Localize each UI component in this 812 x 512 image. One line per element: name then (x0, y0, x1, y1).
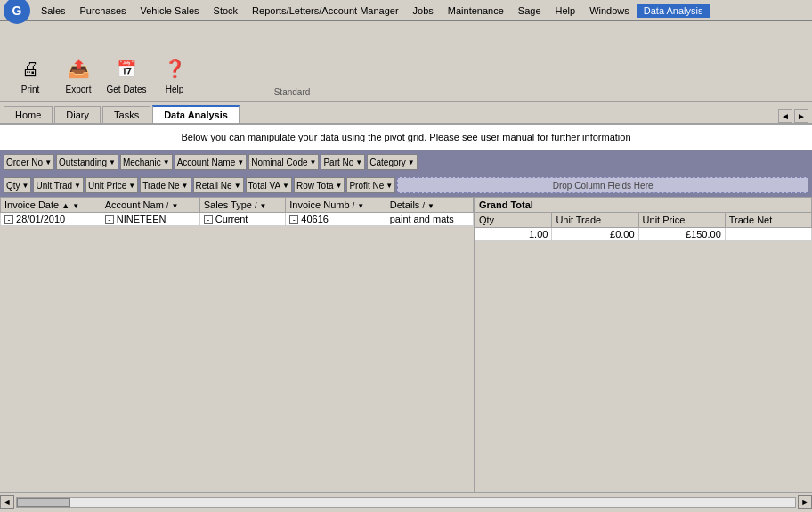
menubar: Sales Purchases Vehicle Sales Stock Repo… (34, 4, 710, 18)
menu-sales[interactable]: Sales (34, 4, 73, 18)
print-label: Print (21, 85, 40, 94)
menu-sage[interactable]: Sage (511, 4, 548, 18)
export-icon: 📤 (64, 54, 93, 83)
logo-icon: G (4, 0, 30, 24)
table-row-right: 1.00 £0.00 £150.00 (475, 228, 812, 241)
menu-data-analysis[interactable]: Data Analysis (637, 4, 710, 18)
filter-unit-price[interactable]: Unit Price▼ (85, 177, 138, 193)
pivot-right[interactable]: Grand Total Qty Unit Trade Unit Price Tr… (474, 197, 812, 492)
col-unit-trade: Unit Trade (552, 213, 638, 228)
menu-stock[interactable]: Stock (207, 4, 246, 18)
toolbar: 🖨 Print 📤 Export 📅 Get Dates ❓ Help Stan… (0, 21, 812, 102)
col-qty: Qty (475, 213, 552, 228)
tab-data-analysis[interactable]: Data Analysis (152, 105, 240, 123)
help-button[interactable]: ❓ Help (151, 52, 198, 101)
bottom-scrollbar: ◄ ► (0, 492, 812, 510)
help-icon: ❓ (160, 54, 189, 83)
grand-total-header: Grand Total (475, 198, 812, 213)
top-app-bar: G Sales Purchases Vehicle Sales Stock Re… (0, 0, 812, 21)
menu-vehicle-sales[interactable]: Vehicle Sales (134, 4, 207, 18)
scroll-right-button[interactable]: ► (798, 495, 812, 509)
calendar-icon: 📅 (112, 54, 141, 83)
filter-row-1: Order No▼ Outstanding▼ Mechanic▼ Account… (0, 150, 812, 174)
sales-type-dropdown[interactable]: ▼ (260, 202, 267, 210)
scroll-thumb[interactable] (17, 498, 70, 507)
account-name-dropdown[interactable]: ▼ (171, 202, 178, 210)
filter-trade-ne[interactable]: Trade Ne▼ (140, 177, 191, 193)
collapse-invoice-number[interactable]: - (289, 215, 298, 224)
tabbar: Home Diary Tasks Data Analysis ◄ ► (0, 102, 812, 125)
filter-retail-ne[interactable]: Retail Ne▼ (193, 177, 244, 193)
tab-scroll-left[interactable]: ◄ (778, 109, 792, 123)
export-label: Export (66, 85, 92, 94)
menu-help[interactable]: Help (548, 4, 583, 18)
scroll-left-button[interactable]: ◄ (0, 495, 14, 509)
col-header-details[interactable]: Details / ▼ (386, 198, 473, 213)
main-content: Below you can manipulate your data using… (0, 125, 812, 510)
invoice-date-dropdown[interactable]: ▼ (72, 202, 79, 210)
filter-part-no[interactable]: Part No▼ (321, 154, 365, 170)
col-header-invoice-date[interactable]: Invoice Date ▲ ▼ (1, 198, 102, 213)
cell-unit-trade: £0.00 (552, 228, 638, 241)
cell-sales-type: - Current (199, 213, 286, 226)
app-logo: G (4, 0, 30, 24)
filter-account-name[interactable]: Account Name▼ (175, 154, 248, 170)
cell-account-name: - NINETEEN (101, 213, 199, 226)
menu-windows[interactable]: Windows (582, 4, 637, 18)
filter-category[interactable]: Category▼ (367, 154, 418, 170)
cell-trade-net (725, 228, 811, 241)
get-dates-label: Get Dates (106, 85, 146, 94)
cell-unit-price: £150.00 (638, 228, 725, 241)
tab-tasks[interactable]: Tasks (102, 106, 150, 123)
print-button[interactable]: 🖨 Print (7, 52, 53, 101)
filter-mechanic[interactable]: Mechanic▼ (120, 154, 173, 170)
tab-diary[interactable]: Diary (54, 106, 101, 123)
table-row: - 28/01/2010 - NINETEEN - Current - (1, 213, 474, 226)
menu-reports[interactable]: Reports/Letters/Account Manager (245, 4, 405, 18)
col-header-sales-type[interactable]: Sales Type / ▼ (199, 198, 286, 213)
cell-details: paint and mats (386, 213, 473, 226)
col-trade-net: Trade Net (725, 213, 811, 228)
filter-profit-ne[interactable]: Profit Ne▼ (346, 177, 395, 193)
col-header-account-name[interactable]: Account Nam / ▼ (101, 198, 199, 213)
invoice-number-dropdown[interactable]: ▼ (357, 202, 364, 210)
col-header-invoice-number[interactable]: Invoice Numb / ▼ (286, 198, 386, 213)
cell-qty: 1.00 (475, 228, 552, 241)
filter-nominal-code[interactable]: Nominal Code▼ (248, 154, 319, 170)
menu-jobs[interactable]: Jobs (406, 4, 441, 18)
get-dates-button[interactable]: 📅 Get Dates (103, 52, 150, 101)
export-button[interactable]: 📤 Export (55, 52, 102, 101)
details-dropdown[interactable]: ▼ (427, 202, 434, 210)
tab-scroll-right[interactable]: ► (794, 109, 808, 123)
info-bar: Below you can manipulate your data using… (0, 125, 812, 150)
info-text: Below you can manipulate your data using… (181, 132, 630, 142)
tab-controls: ◄ ► (776, 109, 808, 123)
filter-order-no[interactable]: Order No▼ (4, 154, 54, 170)
cell-invoice-number: - 40616 (286, 213, 386, 226)
collapse-invoice-date[interactable]: - (4, 215, 13, 224)
filter-outstanding[interactable]: Outstanding▼ (56, 154, 118, 170)
cell-invoice-date: - 28/01/2010 (1, 213, 102, 226)
help-label: Help (166, 85, 184, 94)
filter-unit-trad[interactable]: Unit Trad▼ (33, 177, 84, 193)
toolbar-group-label: Standard (203, 85, 381, 97)
scroll-track[interactable] (16, 497, 796, 508)
column-drop-zone[interactable]: Drop Column Fields Here (397, 177, 808, 193)
pivot-left[interactable]: Invoice Date ▲ ▼ Account Nam / ▼ Sales T… (0, 197, 474, 492)
tab-home[interactable]: Home (4, 106, 53, 123)
col-unit-price: Unit Price (638, 213, 725, 228)
collapse-sales-type[interactable]: - (204, 215, 213, 224)
filter-qty[interactable]: Qty▼ (4, 177, 31, 193)
pivot-table-area: Invoice Date ▲ ▼ Account Nam / ▼ Sales T… (0, 197, 812, 492)
filter-total-va[interactable]: Total VA▼ (246, 177, 292, 193)
filter-row-2: Qty▼ Unit Trad▼ Unit Price▼ Trade Ne▼ Re… (0, 174, 812, 197)
filter-row-tota[interactable]: Row Tota▼ (294, 177, 345, 193)
menu-maintenance[interactable]: Maintenance (441, 4, 511, 18)
print-icon: 🖨 (16, 54, 45, 83)
menu-purchases[interactable]: Purchases (73, 4, 134, 18)
collapse-account-name[interactable]: - (105, 215, 114, 224)
